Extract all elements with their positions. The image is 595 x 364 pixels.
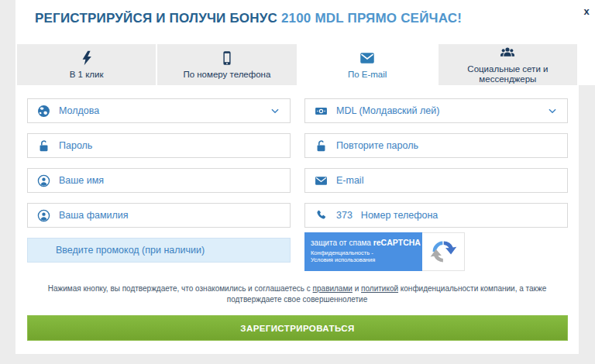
recaptcha-logo-icon: [429, 238, 457, 266]
phone-handset-icon: [315, 209, 328, 222]
recaptcha-brand: reCAPTCHA: [373, 238, 421, 247]
lightning-icon: [79, 50, 95, 66]
phone-country-code: 373: [336, 210, 353, 221]
rules-link[interactable]: правилами: [313, 284, 353, 293]
currency-select[interactable]: MDL (Молдавский лей): [304, 98, 568, 123]
policy-link[interactable]: политикой: [361, 284, 398, 293]
users-icon: [500, 45, 515, 60]
password-field-wrap: [27, 133, 291, 158]
user-circle-icon: [37, 209, 50, 222]
link-separator: -: [370, 249, 373, 256]
recaptcha-widget[interactable]: защита от спама reCAPTCHA Конфиденциальн…: [304, 232, 568, 271]
first-name-field-wrap: [27, 168, 291, 193]
password-repeat-input[interactable]: [336, 140, 558, 151]
privacy-link[interactable]: Конфиденциальность: [311, 249, 370, 256]
registration-form: Молдова MDL (Молдавский лей): [27, 98, 568, 271]
last-name-field-wrap: [27, 203, 291, 228]
phone-field-wrap: 373: [304, 203, 568, 228]
phone-input[interactable]: [361, 210, 558, 221]
recaptcha-title: защита от спама reCAPTCHA: [311, 238, 416, 248]
recaptcha-logo-box: [422, 232, 465, 271]
country-select[interactable]: Молдова: [27, 98, 291, 123]
page-title: РЕГИСТРИРУЙСЯ И ПОЛУЧИ БОНУС 2100 MDL ПР…: [35, 11, 559, 26]
first-name-input[interactable]: [59, 175, 280, 186]
password-repeat-field-wrap: [304, 133, 568, 158]
last-name-input[interactable]: [59, 210, 280, 221]
register-button[interactable]: ЗАРЕГИСТРИРОВАТЬСЯ: [27, 315, 568, 341]
title-bonus-accent: 2100 MDL ПРЯМО СЕЙЧАС!: [281, 11, 462, 26]
tab-social-networks[interactable]: Социальные сети и мессенджеры: [439, 44, 577, 85]
envelope-icon: [315, 174, 328, 187]
banknote-icon: [315, 105, 328, 118]
title-main: РЕГИСТРИРУЙСЯ И ПОЛУЧИ БОНУС: [35, 11, 281, 26]
tab-one-click[interactable]: В 1 клик: [17, 44, 156, 85]
globe-icon: [37, 105, 50, 118]
disclaimer-text: и: [353, 284, 361, 293]
disclaimer-text: Нажимая кнопку, вы подтверждаете, что оз…: [48, 284, 313, 293]
envelope-icon: [359, 50, 375, 66]
recaptcha-badge: защита от спама reCAPTCHA Конфиденциальн…: [304, 232, 422, 271]
tab-by-email[interactable]: По E-mail: [298, 44, 437, 85]
email-field-wrap: [304, 168, 568, 193]
email-input[interactable]: [336, 175, 558, 186]
lock-icon: [37, 139, 50, 153]
password-input[interactable]: [59, 140, 280, 151]
promo-field-wrap: [27, 238, 291, 263]
legal-disclaimer: Нажимая кнопку, вы подтверждаете, что оз…: [39, 283, 555, 304]
recaptcha-links: Конфиденциальность - Условия использован…: [311, 249, 396, 264]
tab-label: По номеру телефона: [183, 70, 270, 80]
terms-link[interactable]: Условия использования: [311, 256, 375, 263]
tab-label: В 1 клик: [70, 70, 104, 80]
lock-icon: [315, 139, 328, 153]
tab-label: Социальные сети и мессенджеры: [443, 64, 573, 84]
smartphone-icon: [219, 50, 235, 66]
registration-modal: РЕГИСТРИРУЙСЯ И ПОЛУЧИ БОНУС 2100 MDL ПР…: [15, 0, 579, 354]
country-value: Молдова: [59, 105, 99, 116]
registration-tabs: В 1 клик По номеру телефона По E-mail Со…: [17, 44, 577, 85]
close-icon[interactable]: x: [580, 5, 593, 19]
chevron-down-icon: [547, 105, 558, 116]
user-circle-icon: [37, 174, 50, 187]
tab-label: По E-mail: [348, 70, 387, 80]
tab-by-phone[interactable]: По номеру телефона: [157, 44, 296, 85]
recaptcha-title-text: защита от спама: [311, 239, 373, 247]
promo-code-input[interactable]: [56, 245, 280, 256]
currency-value: MDL (Молдавский лей): [336, 105, 439, 116]
chevron-down-icon: [270, 105, 280, 116]
